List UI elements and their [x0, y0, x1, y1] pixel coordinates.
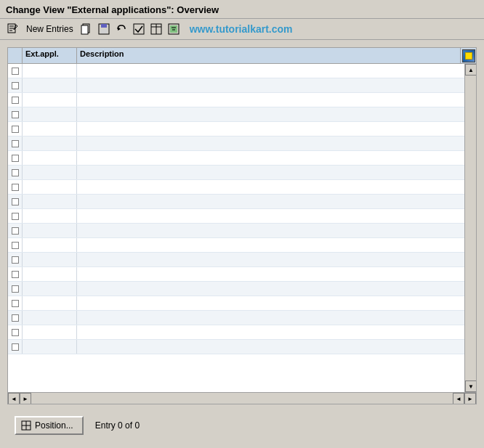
svg-rect-10: [101, 24, 107, 28]
row-desc-cell: [77, 93, 464, 107]
row-ext-cell: [23, 238, 77, 252]
row-ext-cell: [23, 195, 77, 208]
row-ext-cell: [23, 340, 77, 354]
row-desc-cell: [77, 64, 464, 78]
row-checkbox[interactable]: [12, 82, 19, 89]
table-row: [8, 340, 464, 354]
row-ext-cell: [23, 311, 77, 325]
horizontal-scroll-track: [31, 393, 453, 404]
table-row: [8, 78, 464, 93]
row-desc-cell: [77, 253, 464, 266]
row-checkbox[interactable]: [12, 184, 19, 191]
row-desc-cell: [77, 151, 464, 165]
row-checkbox[interactable]: [12, 68, 19, 75]
position-icon: [20, 420, 32, 431]
row-ext-cell: [23, 267, 77, 281]
row-checkbox[interactable]: [12, 329, 19, 336]
table-row: [8, 282, 464, 296]
row-checkbox[interactable]: [12, 155, 19, 162]
row-checkbox[interactable]: [12, 256, 19, 264]
window-title: Change View "External applications": Ove…: [6, 4, 219, 15]
scroll-down-button[interactable]: ▼: [465, 380, 476, 392]
watermark-text: www.tutorialkart.com: [190, 23, 293, 35]
check-icon[interactable]: [132, 22, 146, 36]
row-checkbox[interactable]: [12, 213, 19, 220]
table-row: [8, 224, 464, 238]
new-entries-icon-btn[interactable]: [6, 22, 20, 36]
row-desc-cell: [77, 122, 464, 136]
row-checkbox[interactable]: [12, 140, 19, 147]
filter-icon[interactable]: [166, 22, 181, 36]
row-checkbox[interactable]: [12, 198, 19, 205]
row-desc-cell: [77, 180, 464, 194]
row-ext-cell: [23, 209, 77, 223]
copy-icon[interactable]: [79, 22, 94, 36]
row-ext-cell: [23, 282, 77, 296]
table-header: Ext.appl. Description: [8, 48, 476, 64]
table-row: [8, 209, 464, 224]
undo-icon[interactable]: [114, 22, 129, 36]
row-ext-cell: [23, 93, 77, 107]
row-checkbox[interactable]: [12, 97, 19, 104]
row-desc-cell: [77, 238, 464, 252]
row-checkbox[interactable]: [12, 169, 19, 176]
row-desc-cell: [77, 296, 464, 310]
table-row: [8, 325, 464, 340]
save-icon[interactable]: [97, 22, 111, 36]
row-desc-cell: [77, 267, 464, 281]
row-checkbox[interactable]: [12, 227, 19, 235]
row-checkbox[interactable]: [12, 343, 19, 351]
scroll-right-button[interactable]: ►: [464, 393, 476, 404]
row-checkbox[interactable]: [12, 285, 19, 293]
row-ext-cell: [23, 296, 77, 310]
svg-marker-12: [118, 27, 121, 30]
row-checkbox[interactable]: [12, 126, 19, 133]
ext-appl-column-header: Ext.appl.: [23, 48, 77, 63]
table-body: [8, 64, 464, 392]
table-row: [8, 107, 464, 122]
table-icon[interactable]: [149, 22, 164, 36]
select-column-header: [8, 48, 23, 63]
table-rows: [8, 64, 464, 354]
row-checkbox[interactable]: [12, 111, 19, 118]
scroll-right-next-button[interactable]: ►: [20, 393, 31, 404]
vertical-scrollbar[interactable]: ▲ ▼: [464, 64, 476, 392]
row-checkbox[interactable]: [12, 271, 19, 278]
table-row: [8, 238, 464, 253]
row-ext-cell: [23, 78, 77, 92]
table-row: [8, 93, 464, 107]
row-desc-cell: [77, 311, 464, 325]
scroll-left-prev-button[interactable]: ◄: [8, 393, 20, 404]
column-settings-button[interactable]: [460, 48, 476, 63]
table-row: [8, 311, 464, 325]
title-bar: Change View "External applications": Ove…: [0, 0, 484, 19]
row-desc-cell: [77, 166, 464, 179]
table-row: [8, 151, 464, 166]
position-button[interactable]: Position...: [15, 416, 84, 435]
row-ext-cell: [23, 122, 77, 136]
row-ext-cell: [23, 64, 77, 78]
row-ext-cell: [23, 107, 77, 121]
table-row: [8, 195, 464, 209]
table-row: [8, 122, 464, 137]
main-window: Change View "External applications": Ove…: [0, 0, 484, 448]
table-row: [8, 267, 464, 282]
svg-rect-11: [100, 29, 108, 33]
scroll-track: [465, 76, 476, 380]
column-settings-icon: [462, 49, 475, 62]
row-desc-cell: [77, 195, 464, 208]
svg-rect-18: [170, 25, 177, 33]
row-ext-cell: [23, 180, 77, 194]
row-checkbox[interactable]: [12, 314, 19, 322]
scroll-left-button[interactable]: ◄: [453, 393, 464, 404]
row-checkbox[interactable]: [12, 242, 19, 249]
horizontal-scrollbar: ◄ ► ◄ ►: [8, 392, 476, 404]
scroll-up-button[interactable]: ▲: [465, 64, 476, 76]
row-desc-cell: [77, 209, 464, 223]
row-checkbox[interactable]: [12, 300, 19, 307]
row-ext-cell: [23, 137, 77, 150]
table-row: [8, 180, 464, 195]
new-entries-button[interactable]: New Entries: [23, 23, 76, 36]
row-desc-cell: [77, 137, 464, 150]
description-column-header: Description: [77, 48, 460, 63]
